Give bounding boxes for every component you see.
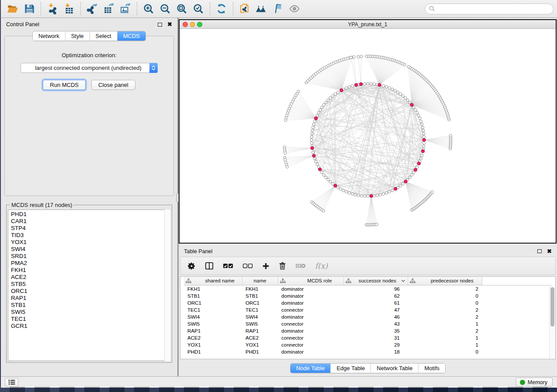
column-header-predecessor-nodes[interactable]: predecessor nodes: [408, 277, 482, 285]
mcds-result-item[interactable]: STB1: [11, 302, 170, 309]
mcds-result-title: MCDS result (17 nodes): [10, 202, 73, 208]
flag-icon: [272, 3, 284, 14]
tab-edge-table[interactable]: Edge Table: [330, 364, 370, 373]
table-panel: Table Panel ✖: [179, 244, 557, 376]
tab-mcds[interactable]: MCDS: [117, 31, 145, 41]
cell-name: RAP1: [242, 327, 278, 334]
network-canvas[interactable]: [180, 29, 556, 243]
table-row[interactable]: ACE2ACE2connector311: [184, 334, 552, 341]
table-tabs: Node TableEdge TableNetwork TableMotifs: [179, 363, 557, 373]
close-panel-icon[interactable]: ✖: [167, 22, 172, 27]
share-document-button[interactable]: [236, 1, 253, 16]
mcds-result-item[interactable]: PMA2: [11, 260, 170, 267]
add-column-button[interactable]: [262, 262, 270, 270]
sort-descending-icon: [401, 279, 405, 282]
mcds-list-scrollbar[interactable]: [164, 210, 170, 361]
optimization-label: Optimization criterion:: [5, 52, 173, 58]
desktop-background: Control Panel ✖ NetworkStyleSelectMCDS O…: [0, 0, 557, 392]
mcds-result-item[interactable]: GCR1: [11, 323, 170, 330]
zoom-out-icon: [159, 3, 171, 14]
delete-table-button[interactable]: [295, 263, 306, 269]
close-table-panel-icon[interactable]: ✖: [547, 249, 552, 254]
unselect-all-columns-button[interactable]: [242, 263, 253, 269]
mcds-result-item[interactable]: SRD1: [11, 253, 170, 260]
export-table-button[interactable]: [100, 1, 117, 16]
column-header-shared-name[interactable]: shared name: [184, 277, 242, 285]
delete-column-button[interactable]: [279, 262, 286, 270]
zoom-selected-button[interactable]: [190, 1, 207, 16]
show-hide-eye-button[interactable]: [286, 1, 303, 16]
search-input[interactable]: [438, 5, 549, 12]
overview-button[interactable]: [253, 1, 270, 16]
table-row[interactable]: FKH1FKH1dominator962: [184, 285, 552, 292]
optimization-select[interactable]: largest connected component (undirected): [21, 63, 158, 73]
mcds-result-item[interactable]: ORC1: [11, 288, 170, 295]
column-header-name[interactable]: name: [242, 277, 278, 285]
table-row[interactable]: SWI5SWI5connector431: [184, 320, 552, 327]
mcds-result-item[interactable]: FKH1: [11, 267, 170, 274]
export-image-button[interactable]: [117, 1, 134, 16]
tab-motifs[interactable]: Motifs: [418, 364, 445, 373]
mcds-result-item[interactable]: STP4: [11, 225, 170, 232]
table-row[interactable]: STB1STB1dominator620: [184, 292, 552, 299]
mcds-result-list[interactable]: PHD1CAR1STP4TID3YOX1SWI4SRD1PMA2FKH1ACE2…: [8, 210, 170, 361]
close-panel-button[interactable]: Close panel: [91, 80, 135, 90]
close-window-icon[interactable]: [183, 22, 188, 27]
mcds-result-item[interactable]: YOX1: [11, 239, 170, 246]
table-row[interactable]: TEC1TEC1connector472: [184, 306, 552, 313]
table-row[interactable]: ORC1ORC1dominator610: [184, 299, 552, 306]
select-all-columns-button[interactable]: [223, 263, 233, 269]
mcds-result-item[interactable]: CAR1: [11, 218, 170, 225]
table-row[interactable]: YOX1YOX1connector291: [184, 341, 552, 348]
hide-flag-button[interactable]: [270, 1, 286, 16]
table-scrollbar-thumb[interactable]: [550, 287, 554, 327]
maximize-window-icon[interactable]: [197, 22, 202, 27]
table-row[interactable]: PHD1PHD1dominator180: [184, 348, 552, 355]
export-network-button[interactable]: [84, 1, 100, 16]
mcds-result-item[interactable]: ACE2: [11, 274, 170, 281]
tab-network-table[interactable]: Network Table: [370, 364, 418, 373]
right-region: YPA_prune.txt_1 Table Panel ✖: [179, 18, 557, 376]
tab-select[interactable]: Select: [90, 31, 117, 41]
column-header-MCDS-role[interactable]: MCDS role: [278, 277, 343, 285]
tab-network[interactable]: Network: [33, 31, 65, 41]
mcds-result-item[interactable]: RAP1: [11, 295, 170, 302]
table-row[interactable]: RAP1RAP1dominator352: [184, 327, 552, 334]
float-panel-icon[interactable]: [158, 23, 162, 27]
split-columns-button[interactable]: [205, 262, 214, 270]
cell-predecessor-nodes: 1: [408, 341, 482, 348]
run-mcds-button[interactable]: Run MCDS: [43, 80, 86, 90]
table-settings-button[interactable]: [187, 262, 196, 270]
apply-layout-button[interactable]: [213, 1, 230, 16]
tab-node-table[interactable]: Node Table: [291, 364, 331, 373]
table-row[interactable]: SWI4SWI4dominator462: [184, 313, 552, 320]
zoom-fit-button[interactable]: [173, 1, 190, 16]
mcds-result-item[interactable]: TID3: [11, 232, 170, 239]
cell-MCDS-role: connector: [278, 306, 343, 313]
mcds-result-item[interactable]: SWI4: [11, 246, 170, 253]
table-scrollbar[interactable]: [549, 285, 555, 359]
minimize-window-icon[interactable]: [190, 22, 195, 27]
zoom-in-button[interactable]: [140, 1, 157, 16]
mcds-result-item[interactable]: PHD1: [11, 211, 170, 218]
cell-predecessor-nodes: 2: [408, 306, 482, 313]
cell-shared-name: STB1: [184, 292, 242, 299]
float-table-panel-icon[interactable]: [537, 249, 542, 253]
memory-status-icon: [520, 380, 525, 385]
open-file-button[interactable]: [4, 1, 21, 16]
mcds-result-item[interactable]: SWI5: [11, 309, 170, 316]
tab-style[interactable]: Style: [65, 31, 90, 41]
import-network-button[interactable]: [44, 1, 61, 16]
mcds-result-item[interactable]: TEC1: [11, 316, 170, 323]
function-builder-button[interactable]: f(x): [315, 261, 328, 270]
show-panels-button[interactable]: [5, 378, 18, 387]
network-window-title: YPA_prune.txt_1: [348, 21, 387, 28]
memory-button[interactable]: Memory: [516, 378, 553, 387]
save-session-button[interactable]: [21, 1, 38, 16]
cell-shared-name: FKH1: [184, 285, 242, 292]
network-window-titlebar[interactable]: YPA_prune.txt_1: [180, 20, 556, 29]
column-header-successor-nodes[interactable]: successor nodes: [343, 277, 408, 285]
zoom-out-button[interactable]: [157, 1, 173, 16]
import-table-button[interactable]: [61, 1, 77, 16]
mcds-result-item[interactable]: STB5: [11, 281, 170, 288]
